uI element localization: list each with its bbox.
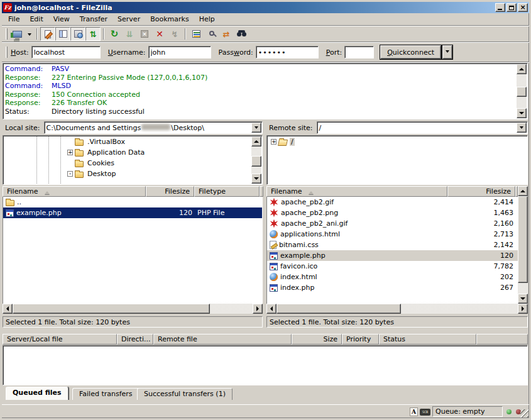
remote-list-scrollbar[interactable] (518, 186, 528, 304)
tree-item-virtualbox[interactable]: .VirtualBox (4, 136, 261, 147)
file-row[interactable]: favicon.ico 7,782 (267, 261, 527, 272)
column-header-server-local-file[interactable]: Server/Local file (3, 334, 117, 345)
local-site-combobox[interactable]: C:\Documents and Settings\Desktop\ (44, 121, 263, 134)
scroll-thumb[interactable] (517, 87, 527, 97)
scroll-right-button[interactable] (253, 304, 263, 314)
scroll-left-button[interactable] (3, 304, 13, 314)
column-header-status[interactable]: Status (379, 334, 476, 345)
tree-item-application-data[interactable]: + Application Data (4, 147, 261, 158)
column-header-filename[interactable]: Filename (3, 186, 146, 197)
file-row[interactable]: index.php 267 (267, 282, 527, 293)
quickconnect-button[interactable]: Quickconnect (380, 45, 441, 59)
column-header-last-modified[interactable]: L (260, 186, 263, 197)
toggle-local-tree-button[interactable] (55, 27, 70, 41)
transfer-type-icon[interactable]: A (410, 407, 418, 416)
file-row[interactable]: apache_pb2.gif 2,414 (267, 197, 527, 207)
tab-queued-files[interactable]: Queued files (6, 387, 68, 400)
site-manager-dropdown-button[interactable] (25, 27, 34, 41)
scroll-right-button[interactable] (518, 304, 528, 314)
file-row[interactable]: applications.html 2,713 (267, 229, 527, 240)
expand-icon[interactable]: + (67, 150, 73, 155)
scroll-up-button[interactable] (518, 186, 528, 196)
tab-failed-transfers[interactable]: Failed transfers (72, 388, 140, 400)
remote-site-dropdown-button[interactable] (517, 123, 527, 133)
menu-server[interactable]: Server (112, 14, 145, 25)
scroll-left-button[interactable] (266, 304, 276, 314)
scroll-down-button[interactable] (517, 108, 527, 118)
column-header-filesize[interactable]: Filesize (146, 186, 194, 197)
toolbar-grip[interactable] (6, 28, 8, 40)
log-scrollbar[interactable] (517, 64, 527, 118)
toggle-remote-tree-button[interactable] (70, 27, 85, 41)
tree-item-cookies[interactable]: Cookies (4, 158, 261, 169)
local-list-hscrollbar[interactable] (3, 304, 263, 314)
redacted-path-segment (141, 124, 170, 130)
tree-item-root[interactable]: + / (268, 136, 527, 147)
column-header-priority[interactable]: Priority (342, 334, 379, 345)
site-manager-button[interactable] (9, 27, 25, 41)
menu-bookmarks[interactable]: Bookmarks (145, 14, 194, 25)
title-bar[interactable]: Fz john@localhost - FileZilla × (2, 2, 529, 13)
synchronized-browsing-button[interactable]: ⇄ (219, 27, 234, 41)
scroll-thumb[interactable] (13, 304, 210, 314)
maximize-button[interactable] (506, 3, 517, 12)
quickconnect-grip[interactable] (6, 47, 8, 58)
filter-button[interactable] (189, 27, 204, 41)
scroll-thumb[interactable] (276, 304, 401, 314)
column-header-size[interactable]: Size (292, 334, 342, 345)
file-row[interactable]: bitnami.css 2,142 (267, 240, 527, 250)
local-tree-scrollbar[interactable] (251, 136, 261, 184)
scroll-down-button[interactable] (251, 174, 261, 184)
magnifier-icon (209, 31, 214, 36)
menu-edit[interactable]: Edit (25, 14, 48, 25)
file-row[interactable]: apache_pb2.png 1,463 (267, 207, 527, 218)
disconnect-button[interactable]: ✕ (152, 27, 167, 41)
local-site-dropdown-button[interactable] (251, 123, 261, 133)
collapse-icon[interactable]: - (67, 171, 73, 177)
toggle-transfer-queue-button[interactable]: ⇅ (85, 27, 101, 41)
cancel-operation-button[interactable]: × (137, 27, 152, 41)
column-header-direction[interactable]: Directi... (117, 334, 153, 345)
password-input[interactable] (256, 46, 319, 58)
file-row-updir[interactable]: .. (3, 197, 262, 207)
tree-item-desktop[interactable]: - Desktop (4, 169, 261, 179)
menu-file[interactable]: File (3, 14, 25, 25)
host-input[interactable] (31, 46, 101, 58)
quickconnect-dropdown-button[interactable] (442, 45, 452, 59)
column-header-filesize[interactable]: Filesize (447, 186, 515, 197)
queue-body[interactable] (3, 345, 528, 385)
column-header-filename[interactable]: Filename (266, 186, 447, 197)
username-input[interactable] (148, 46, 211, 58)
column-header-remote-file[interactable]: Remote file (153, 334, 292, 345)
menu-help[interactable]: Help (194, 14, 220, 25)
speed-limits-icon[interactable]: SCB (420, 409, 430, 416)
file-row-example-php[interactable]: example.php 120 PHP File 1 (3, 207, 262, 218)
file-row[interactable]: index.html 202 (267, 272, 527, 282)
expand-icon[interactable]: + (271, 139, 276, 145)
find-files-button[interactable] (234, 27, 249, 41)
scroll-thumb[interactable] (251, 156, 261, 167)
process-queue-button[interactable]: ⇊ (122, 27, 137, 41)
scroll-up-button[interactable] (251, 136, 261, 146)
column-header-filetype[interactable]: Filetype (194, 186, 260, 197)
minimize-button[interactable] (495, 3, 505, 12)
scroll-thumb[interactable] (518, 196, 528, 283)
refresh-button[interactable]: ↻ (107, 27, 122, 41)
file-row-selected[interactable]: example.php 120 (267, 250, 527, 261)
menu-view[interactable]: View (48, 14, 75, 25)
file-row[interactable]: apache_pb2_ani.gif 2,160 (267, 218, 527, 229)
close-button[interactable]: × (518, 3, 528, 12)
tab-successful-transfers[interactable]: Successful transfers (1) (137, 388, 233, 400)
port-input[interactable] (344, 46, 374, 58)
scroll-up-button[interactable] (517, 64, 527, 74)
reconnect-button[interactable]: ↯ (167, 27, 182, 41)
remote-list-hscrollbar[interactable] (266, 304, 528, 314)
compare-directories-button[interactable] (204, 27, 219, 41)
port-label: Port: (326, 48, 342, 57)
scroll-down-button[interactable] (518, 294, 528, 304)
resize-grip-icon[interactable] (520, 409, 528, 417)
menu-transfer[interactable]: Transfer (75, 14, 112, 25)
remote-site-combobox[interactable]: / (317, 121, 528, 134)
filezilla-app-icon[interactable]: Fz (3, 3, 12, 12)
toggle-message-log-button[interactable] (40, 27, 55, 41)
